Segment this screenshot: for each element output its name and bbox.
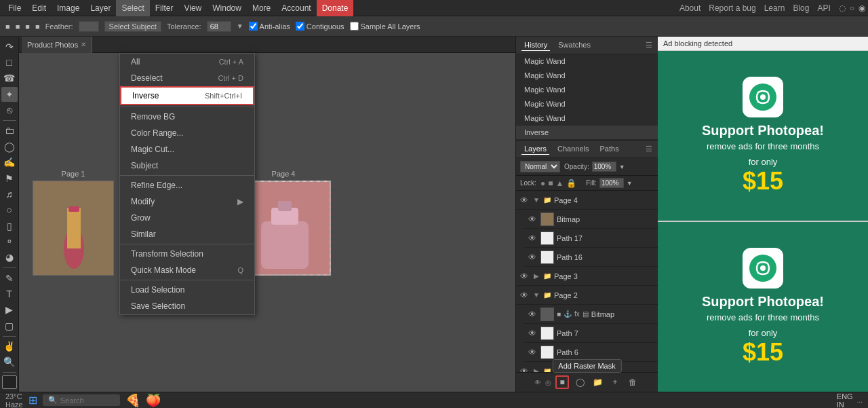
tab-layers[interactable]: Layers [521,143,549,155]
menu-account[interactable]: Account [276,0,316,16]
doc-tab-close[interactable]: ✕ [81,41,86,48]
menu-api[interactable]: API [817,3,830,13]
tab-channels[interactable]: Channels [555,143,591,155]
lock-position-icon[interactable]: ■ [548,179,553,188]
reddit-icon[interactable]: ◌ [839,3,846,13]
menu-load-selection[interactable]: Load Selection [120,282,254,298]
layer-path16[interactable]: 👁 Path 16 [524,248,658,267]
menu-refine-edge[interactable]: Refine Edge... [120,177,254,193]
layer-path7[interactable]: 👁 Path 7 [524,324,658,343]
layer-page3-expand[interactable]: ▶ [532,272,540,280]
tool-eyedropper[interactable]: 🗀 [1,124,18,138]
history-item-0[interactable]: Magic Wand [516,54,658,69]
tab-history[interactable]: History [521,39,550,51]
layer-path16-vis[interactable]: 👁 [527,252,538,263]
layer-page4-expand[interactable]: ▼ [532,196,540,204]
tab-swatches[interactable]: Swatches [555,39,593,51]
layer-path7-vis[interactable]: 👁 [527,328,538,339]
tool-gradient[interactable]: ▯ [1,219,18,233]
menu-transform-selection[interactable]: Transform Selection [120,246,254,262]
menu-magic-cut[interactable]: Magic Cut... [120,141,254,157]
menu-modify[interactable]: Modify ▶ [120,193,254,210]
tool-lasso[interactable]: ☎ [1,71,18,86]
tool-dodge[interactable]: ◕ [1,251,18,265]
menu-image[interactable]: Image [52,0,85,16]
notification-icon-1[interactable]: 🍕 [125,393,140,408]
layer-page3-group[interactable]: 👁 ▶ 📁 Page 3 [516,267,658,286]
layer-page3-vis[interactable]: 👁 [519,271,530,282]
add-layer-button[interactable]: + [608,375,622,389]
anti-alias-checkbox[interactable] [249,22,258,31]
layer-bitmap-2[interactable]: 👁 ■ ⚓ fx ▤ Bitmap [524,305,658,324]
add-group-button[interactable]: 📁 [591,375,604,389]
menu-save-selection[interactable]: Save Selection [120,298,254,314]
tool-zoom[interactable]: 🔍 [1,355,18,369]
feather-input[interactable] [79,21,99,32]
layer-path17[interactable]: 👁 Path 17 [524,229,658,248]
layer-bitmap-2-vis[interactable]: 👁 [527,309,538,320]
menu-all[interactable]: All Ctrl + A [120,54,254,70]
menu-view[interactable]: View [178,0,207,16]
layer-page2-expand[interactable]: ▼ [532,291,540,299]
menu-about[interactable]: About [679,3,701,13]
sample-all-layers-check[interactable]: Sample All Layers [350,22,420,31]
menu-layer[interactable]: Layer [85,0,116,16]
layers-panel-menu[interactable]: ☰ [646,145,652,153]
tool-wand[interactable]: ✦ [1,87,18,101]
tool-eraser[interactable]: ○ [1,203,18,217]
add-raster-mask-button[interactable]: ■ [555,375,569,389]
layer-page4-vis[interactable]: 👁 [519,195,530,206]
layer-path17-vis[interactable]: 👁 [527,233,538,244]
menu-file[interactable]: File [3,0,26,16]
lock-art-icon[interactable]: ▲ [555,179,564,188]
menu-learn[interactable]: Learn [764,3,785,13]
menu-reportbug[interactable]: Report a bug [709,3,755,13]
tool-stamp[interactable]: ⚑ [1,171,18,185]
tool-path-select[interactable]: ▶ [1,303,18,317]
layer-path6-vis[interactable]: 👁 [527,347,538,358]
menu-select[interactable]: Select [116,0,149,16]
tool-shape[interactable]: ▢ [1,318,18,333]
menu-quick-mask[interactable]: Quick Mask Mode Q [120,262,254,278]
search-input[interactable] [60,396,115,405]
layer-page1-expand[interactable]: ▶ [532,367,540,373]
history-item-3[interactable]: Magic Wand [516,97,658,111]
tab-paths[interactable]: Paths [597,143,622,155]
contiguous-check[interactable]: Contiguous [296,22,344,31]
twitter-icon[interactable]: ○ [850,3,854,13]
tool-spot-heal[interactable]: ◯ [1,139,18,153]
layer-page1-vis[interactable]: 👁 [519,366,530,373]
menu-color-range[interactable]: Color Range... [120,125,254,141]
tool-foreground-bg[interactable] [2,375,17,389]
menu-window[interactable]: Window [207,0,247,16]
history-panel-menu[interactable]: ☰ [646,41,652,50]
tool-brush[interactable]: ✍ [1,155,18,170]
layer-bitmap-1-vis[interactable]: 👁 [527,214,538,225]
menu-remove-bg[interactable]: Remove BG [120,109,254,125]
menu-deselect[interactable]: Deselect Ctrl + D [120,70,254,86]
tool-history-brush[interactable]: ♬ [1,187,18,201]
menu-similar[interactable]: Similar [120,226,254,242]
menu-grow[interactable]: Grow [120,210,254,226]
search-bar[interactable]: 🔍 [43,394,120,406]
delete-layer-button[interactable]: 🗑 [626,375,639,389]
tool-marquee[interactable]: □ [1,55,18,69]
blend-mode-select[interactable]: Normal [520,161,560,172]
tool-move[interactable]: ↷ [1,39,18,54]
tool-blur[interactable]: ⚬ [1,234,18,248]
tool-pen[interactable]: ✎ [1,271,18,285]
tool-text[interactable]: T [1,286,18,301]
tolerance-input[interactable] [207,21,231,32]
layer-page4-group[interactable]: 👁 ▼ 📁 Page 4 [516,191,658,210]
history-item-5[interactable]: Inverse [516,126,658,140]
opacity-arrow[interactable]: ▼ [619,164,625,170]
lock-all-icon[interactable]: 🔒 [566,179,576,188]
tool-hand[interactable]: ✌ [1,339,18,353]
menu-edit[interactable]: Edit [26,0,52,16]
fill-input[interactable] [599,178,624,188]
menu-subject[interactable]: Subject [120,157,254,174]
menu-filter[interactable]: Filter [150,0,179,16]
tolerance-arrow[interactable]: ▼ [237,22,243,30]
layer-bitmap-1[interactable]: 👁 Bitmap [524,210,658,229]
menu-donate[interactable]: Donate [317,0,354,16]
